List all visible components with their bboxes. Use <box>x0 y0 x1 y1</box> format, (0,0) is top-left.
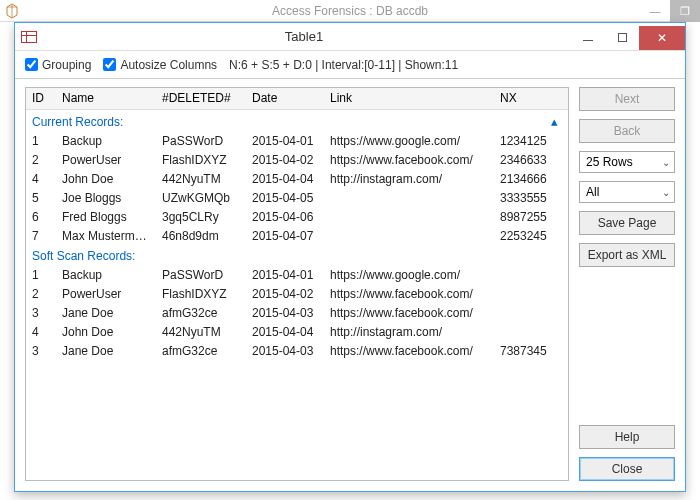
filter-select[interactable]: All ⌄ <box>579 181 675 203</box>
chevron-down-icon: ⌄ <box>662 187 670 198</box>
close-button[interactable]: ✕ <box>639 26 685 50</box>
toolbar: Grouping Autosize Columns N:6 + S:5 + D:… <box>15 51 685 79</box>
maximize-button[interactable] <box>605 26 639 50</box>
table-row[interactable]: 3Jane DoeafmG32ce2015-04-03https://www.f… <box>26 303 568 322</box>
autosize-checkbox[interactable] <box>103 58 116 71</box>
col-link[interactable]: Link <box>324 88 494 109</box>
table-row[interactable]: 5Joe BloggsUZwKGMQb2015-04-053333555 <box>26 188 568 207</box>
save-page-button[interactable]: Save Page <box>579 211 675 235</box>
close-dialog-button[interactable]: Close <box>579 457 675 481</box>
rows-select[interactable]: 25 Rows ⌄ <box>579 151 675 173</box>
parent-window-title: Access Forensics : DB accdb <box>272 4 428 18</box>
col-name[interactable]: Name <box>56 88 156 109</box>
parent-restore-button[interactable]: ❐ <box>670 0 700 22</box>
export-xml-button[interactable]: Export as XML <box>579 243 675 267</box>
autosize-checkbox-label[interactable]: Autosize Columns <box>103 58 217 72</box>
parent-minimize-button[interactable]: — <box>640 0 670 22</box>
help-button[interactable]: Help <box>579 425 675 449</box>
group-header[interactable]: Soft Scan Records: <box>26 245 568 265</box>
col-id[interactable]: ID <box>26 88 56 109</box>
next-button[interactable]: Next <box>579 87 675 111</box>
grouping-checkbox[interactable] <box>25 58 38 71</box>
col-date[interactable]: Date <box>246 88 324 109</box>
parent-window-titlebar: Access Forensics : DB accdb — ❐ <box>0 0 700 22</box>
status-text: N:6 + S:5 + D:0 | Interval:[0-11] | Show… <box>229 58 458 72</box>
col-nx[interactable]: NX <box>494 88 562 109</box>
col-deleted[interactable]: #DELETED# <box>156 88 246 109</box>
table-row[interactable]: 1BackupPaSSWorD2015-04-01https://www.goo… <box>26 265 568 284</box>
table-row[interactable]: 1BackupPaSSWorD2015-04-01https://www.goo… <box>26 131 568 150</box>
group-header[interactable]: Current Records:▴ <box>26 110 568 131</box>
table-row[interactable]: 3Jane DoeafmG32ce2015-04-03https://www.f… <box>26 341 568 360</box>
table-row[interactable]: 7Max Mustermann46n8d9dm2015-04-072253245 <box>26 226 568 245</box>
grid-header: ID Name #DELETED# Date Link NX <box>26 88 568 110</box>
table-row[interactable]: 2PowerUserFlashIDXYZ2015-04-02https://ww… <box>26 150 568 169</box>
chevron-down-icon: ⌄ <box>662 157 670 168</box>
table-row[interactable]: 4John Doe442NyuTM2015-04-04http://instag… <box>26 169 568 188</box>
minimize-button[interactable] <box>571 26 605 50</box>
table-dialog: Table1 ✕ Grouping Autosize Columns N:6 +… <box>14 22 686 492</box>
dialog-titlebar[interactable]: Table1 ✕ <box>15 23 685 51</box>
data-grid[interactable]: ID Name #DELETED# Date Link NX Current R… <box>25 87 569 481</box>
chevron-up-icon: ▴ <box>551 114 562 129</box>
table-row[interactable]: 4John Doe442NyuTM2015-04-04http://instag… <box>26 322 568 341</box>
dialog-title: Table1 <box>37 29 571 44</box>
table-icon <box>21 31 37 43</box>
app-icon <box>4 3 20 19</box>
grouping-checkbox-label[interactable]: Grouping <box>25 58 91 72</box>
back-button[interactable]: Back <box>579 119 675 143</box>
table-row[interactable]: 6Fred Bloggs3gq5CLRy2015-04-068987255 <box>26 207 568 226</box>
table-row[interactable]: 2PowerUserFlashIDXYZ2015-04-02https://ww… <box>26 284 568 303</box>
sidebar: Next Back 25 Rows ⌄ All ⌄ Save Page Expo… <box>579 87 675 481</box>
